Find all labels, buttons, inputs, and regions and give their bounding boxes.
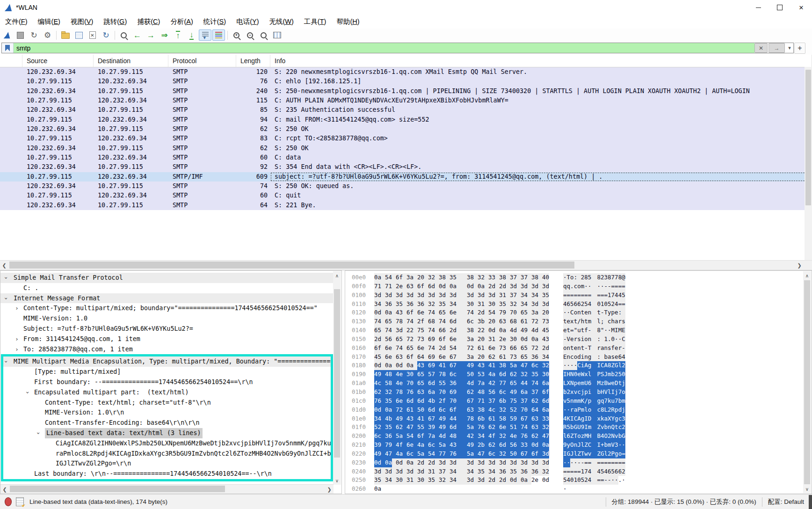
hex-row[interactable]: 01d00d0a7261506d6c6f63384c325270646a··ra… bbox=[345, 406, 794, 414]
detail-row[interactable]: ›Simple Mail Transfer Protocol bbox=[0, 273, 334, 283]
column-header-info[interactable]: Info bbox=[270, 55, 812, 67]
packet-row[interactable]: 10.27.99.115120.232.69.34SMTP60C: data bbox=[0, 153, 812, 162]
detail-row[interactable]: ›Internet Message Format bbox=[0, 293, 334, 304]
hex-row[interactable]: 01003d3d3d3d3d3d3d3d3d3d3d3137343435====… bbox=[345, 291, 794, 300]
scroll-left-icon[interactable]: ❮ bbox=[0, 485, 9, 494]
detail-row[interactable]: Last boundary: \r\n--===============1744… bbox=[3, 469, 331, 479]
packet-row[interactable]: 120.232.69.3410.27.99.115SMTP240S: 250-n… bbox=[0, 87, 812, 96]
column-header-source[interactable]: Source bbox=[22, 55, 94, 67]
column-header-protocol[interactable]: Protocol bbox=[168, 55, 236, 67]
hex-row[interactable]: 01c076356e6d6d4b2f706771376b7537626dv5nm… bbox=[345, 397, 794, 406]
menu-item-e[interactable]: 编辑(E) bbox=[33, 15, 65, 29]
autoscroll-icon[interactable] bbox=[199, 29, 211, 41]
hex-row[interactable]: 025035343031303532343d3d2d2d0d0a2e0d5401… bbox=[345, 476, 794, 485]
save-file-icon[interactable] bbox=[72, 29, 85, 41]
packet-row[interactable]: 10.27.99.115120.232.69.34SMTP76C: ehlo [… bbox=[0, 77, 812, 86]
first-packet-icon[interactable]: ↑ bbox=[172, 29, 184, 41]
packet-row[interactable]: 120.232.69.3410.27.99.115SMTP85S: 235 Au… bbox=[0, 105, 812, 115]
colorize-icon[interactable] bbox=[212, 29, 225, 41]
packet-row[interactable]: 120.232.69.3410.27.99.115SMTP92S: 354 En… bbox=[0, 162, 812, 172]
capture-options-icon[interactable]: ⚙ bbox=[41, 29, 54, 41]
hex-row[interactable]: 01606f6e74656e742d5472616e736665722donte… bbox=[345, 344, 794, 353]
packet-list-vscrollbar[interactable] bbox=[805, 67, 812, 260]
filter-apply-icon[interactable]: → bbox=[768, 43, 785, 53]
hex-row[interactable]: 0170456e636f64696e673a20626173653634Enco… bbox=[345, 353, 794, 362]
packet-row[interactable]: 10.27.99.115120.232.69.34SMTP60C: quit bbox=[0, 191, 812, 200]
detail-row[interactable]: ›MIME Multipart Media Encapsulation, Typ… bbox=[3, 356, 331, 367]
detail-row[interactable]: MIME-Version: 1.0\r\n bbox=[3, 407, 331, 418]
hex-row[interactable]: 01e0344b494341674944786b6158596763334KIC… bbox=[345, 414, 794, 423]
collapsed-chevron-icon[interactable]: › bbox=[15, 334, 19, 344]
detail-row[interactable]: ›Content-Type: multipart/mixed; boundary… bbox=[0, 303, 334, 313]
column-header-destination[interactable]: Destination bbox=[94, 55, 168, 67]
display-filter-field[interactable]: ✕ → ▾ bbox=[1, 43, 794, 53]
minimize-button[interactable] bbox=[747, 0, 769, 15]
packet-row[interactable]: 120.232.69.3410.27.99.115SMTP120S: 220 n… bbox=[0, 67, 812, 77]
detail-row[interactable]: ›From: 3114541245@qq.com, 1 item bbox=[0, 334, 334, 344]
detail-row[interactable]: C: . bbox=[0, 283, 334, 293]
restart-capture-icon[interactable]: ↻ bbox=[28, 29, 40, 41]
expanded-chevron-icon[interactable]: › bbox=[3, 360, 11, 364]
detail-row[interactable]: [Type: multipart/mixed] bbox=[3, 367, 331, 377]
detail-row[interactable]: ›To: 2858238778@qq.com, 1 item bbox=[0, 344, 334, 355]
hex-row[interactable]: 01f0523562475539496d5a76626e51746332R5bG… bbox=[345, 423, 794, 432]
hex-row[interactable]: 021039794f6e4a6c5a43492b626d56330d0a9yOn… bbox=[345, 441, 794, 450]
close-button[interactable]: ✕ bbox=[790, 0, 812, 15]
detail-row[interactable]: Content-Type: text/html; charset="utf-8"… bbox=[3, 398, 331, 408]
scroll-right-icon[interactable]: ❯ bbox=[795, 261, 804, 270]
zoom-in-icon[interactable]: + bbox=[230, 29, 243, 41]
detail-row[interactable]: raPmloc8L2Rpdj4KICAgIDxkaXYgc3R5bGU9ImZv… bbox=[3, 449, 331, 459]
hex-row[interactable]: 014065743d227574662d38220d0a4d494d45et="… bbox=[345, 326, 794, 335]
close-file-icon[interactable]: ✕ bbox=[86, 29, 99, 41]
resize-columns-icon[interactable] bbox=[271, 29, 283, 41]
goto-packet-icon[interactable]: ⇒ bbox=[158, 29, 171, 41]
packet-row[interactable]: 10.27.99.115120.232.69.34SMTP83C: rcpt T… bbox=[0, 134, 812, 143]
menu-item-y[interactable]: 电话(Y) bbox=[231, 15, 264, 29]
detail-row[interactable]: ›Encapsulated multipart part: (text/html… bbox=[3, 387, 331, 398]
expert-info-icon[interactable] bbox=[5, 497, 12, 506]
packet-row[interactable]: 10.27.99.115120.232.69.34SMTP115C: AUTH … bbox=[0, 96, 812, 105]
filter-input[interactable] bbox=[14, 43, 754, 53]
menu-item-s[interactable]: 统计(S) bbox=[198, 15, 231, 29]
hex-vscrollbar[interactable]: ∧ ∨ bbox=[803, 271, 811, 493]
menu-item-a[interactable]: 分析(A) bbox=[165, 15, 198, 29]
hex-row[interactable]: 02600a· bbox=[345, 485, 794, 494]
menu-item-h[interactable]: 帮助(H) bbox=[331, 15, 364, 29]
column-header-length[interactable]: Length bbox=[236, 55, 270, 67]
expanded-chevron-icon[interactable]: › bbox=[1, 276, 11, 280]
detail-row[interactable]: IGJlZTwvZGl2Pgo=\r\n bbox=[3, 458, 331, 469]
packet-row[interactable]: 120.232.69.3410.27.99.115SMTP62S: 250 OK bbox=[0, 124, 812, 134]
zoom-reset-icon[interactable] bbox=[257, 29, 270, 41]
last-packet-icon[interactable]: ↓ bbox=[185, 29, 198, 41]
menu-item-c[interactable]: 捕获(C) bbox=[132, 15, 165, 29]
menu-item-g[interactable]: 跳转(G) bbox=[98, 15, 132, 29]
maximize-button[interactable] bbox=[769, 0, 790, 15]
previous-packet-icon[interactable]: ← bbox=[131, 29, 144, 41]
menu-item-f[interactable]: 文件(F) bbox=[0, 15, 33, 29]
hex-row[interactable]: 02300d0a0d0a2d2d3d3d3d3d3d3d3d3d3d3d····… bbox=[345, 458, 794, 467]
menu-item-t[interactable]: 工具(T) bbox=[299, 15, 332, 29]
details-hscrollbar[interactable]: ❮ ❯ bbox=[0, 484, 334, 494]
filter-dropdown-icon[interactable]: ▾ bbox=[786, 45, 793, 51]
hex-row[interactable]: 01800d0a0d0a43694167494341385a476c32····… bbox=[345, 361, 794, 370]
packet-row[interactable]: 10.27.99.115120.232.69.34SMTP94C: mail F… bbox=[0, 115, 812, 124]
hex-row[interactable]: 00f071712e636f6d0d0a0d0a2d2d3d3d3d3dqq.c… bbox=[345, 282, 794, 291]
packet-row-selected[interactable]: 10.27.99.115120.232.69.34SMTP/IMF609subj… bbox=[0, 172, 812, 182]
scroll-left-icon[interactable]: ❮ bbox=[0, 261, 8, 270]
menu-item-w[interactable]: 无线(W) bbox=[264, 15, 298, 29]
status-profile[interactable]: 配置: Default bbox=[768, 498, 804, 506]
hex-row[interactable]: 02006c365a546f7a4d4842344f324e766247l6ZT… bbox=[345, 432, 794, 441]
hex-row[interactable]: 01502d56657273696f6e3a20312e300d0a43-Ver… bbox=[345, 335, 794, 344]
hex-row[interactable]: 019049484e306557786c50534a6d62323530IHN0… bbox=[345, 370, 794, 379]
hex-row[interactable]: 01b062327876636a70696248566c496a376fb2xv… bbox=[345, 388, 794, 397]
packet-row[interactable]: 120.232.69.3410.27.99.115SMTP62S: 250 OK bbox=[0, 144, 812, 153]
zoom-out-icon[interactable]: − bbox=[244, 29, 256, 41]
hex-row[interactable]: 011034363536363235343031303532343d3d4656… bbox=[345, 300, 794, 309]
collapsed-chevron-icon[interactable]: › bbox=[15, 344, 19, 355]
open-file-icon[interactable] bbox=[59, 29, 72, 41]
hex-row[interactable]: 02403d3d3d3d3d3137343435343635363632====… bbox=[345, 467, 794, 476]
reload-file-icon[interactable]: ↻ bbox=[100, 29, 112, 41]
expanded-chevron-icon[interactable]: › bbox=[33, 431, 44, 435]
next-packet-icon[interactable]: → bbox=[145, 29, 157, 41]
stop-capture-icon[interactable] bbox=[14, 29, 27, 41]
